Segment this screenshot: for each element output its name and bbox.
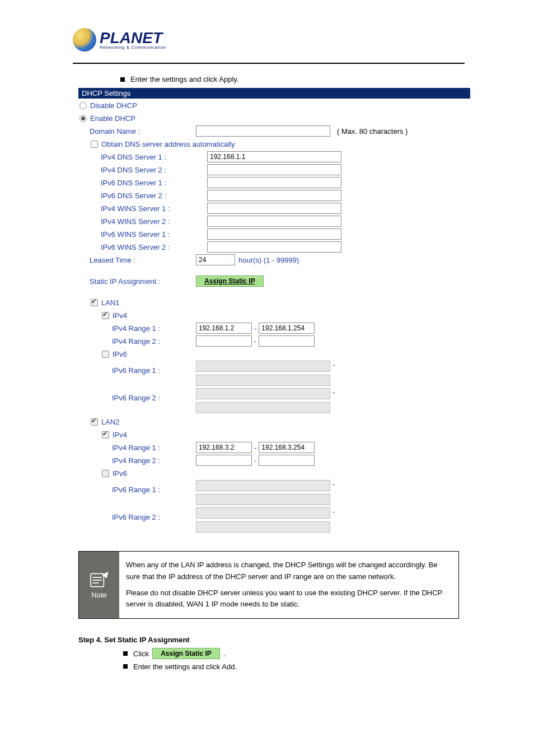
lan2-ipv6-range2-start-input	[196, 507, 330, 519]
lan1-ipv6-range1-label: IPv6 Range 1 :	[112, 361, 196, 375]
step4-title: Step 4. Set Static IP Assignment	[78, 636, 512, 644]
lan1-checkbox[interactable]	[91, 299, 98, 306]
brand-logo: PLANET Networking & Communication	[73, 28, 512, 52]
ipv4-wins1-input[interactable]	[207, 203, 341, 214]
domain-name-label: Domain Name :	[90, 127, 196, 136]
lan2-ipv4-range2-label: IPv4 Range 2 :	[112, 456, 196, 465]
lan2-title: LAN2	[101, 418, 120, 426]
step4-bullet2: Enter the settings and click Add.	[123, 660, 512, 673]
lan2-ipv4-label: IPv4	[113, 431, 127, 439]
ipv6-dns1-label: IPv6 DNS Server 1 :	[101, 179, 207, 187]
ipv4-wins2-label: IPv4 WINS Server 2 :	[101, 217, 207, 226]
ipv4-dns2-label: IPv4 DNS Server 2 :	[101, 166, 207, 174]
lan1-ipv6-range1-end-input	[196, 375, 330, 386]
step4-bullet1: Click Assign Static IP .	[123, 647, 512, 660]
domain-name-hint: ( Max. 80 characters )	[337, 127, 407, 136]
lan2-ipv6-range2-end-input	[196, 521, 330, 533]
ipv6-wins2-input[interactable]	[207, 241, 341, 253]
ipv4-dns1-label: IPv4 DNS Server 1 :	[101, 153, 207, 161]
leased-time-label: Leased Time :	[90, 256, 196, 264]
lan2-ipv6-checkbox[interactable]	[102, 470, 109, 477]
globe-icon	[73, 28, 96, 52]
lan2-ipv4-range1-end-input[interactable]	[259, 442, 315, 453]
enable-dhcp-radio[interactable]	[79, 115, 87, 122]
lan1-ipv4-range1-start-input[interactable]	[196, 323, 252, 334]
note-line2: Please do not disable DHCP server unless…	[126, 587, 452, 611]
lan1-ipv4-range2-end-input[interactable]	[259, 335, 315, 347]
lan2-checkbox[interactable]	[91, 418, 98, 426]
lan2-ipv6-range1-end-input	[196, 494, 330, 505]
disable-dhcp-label: Disable DHCP	[90, 101, 137, 110]
lan2-ipv4-range1-label: IPv4 Range 1 :	[112, 444, 196, 452]
ipv4-wins2-input[interactable]	[207, 216, 341, 227]
domain-name-input[interactable]	[196, 125, 330, 137]
lan2-ipv6-range1-start-input	[196, 480, 330, 491]
leased-time-input[interactable]	[196, 254, 235, 265]
ipv6-dns2-label: IPv6 DNS Server 2 :	[101, 192, 207, 200]
lan2-ipv6-range2-label: IPv6 Range 2 :	[112, 507, 196, 521]
brand-name: PLANET	[100, 30, 166, 46]
ipv6-dns2-input[interactable]	[207, 190, 341, 201]
ipv6-wins1-input[interactable]	[207, 228, 341, 240]
lan1-ipv4-range1-label: IPv4 Range 1 :	[112, 324, 196, 333]
note-icon-label: Note	[91, 591, 106, 599]
note-box: Note When any of the LAN IP address is c…	[78, 551, 459, 619]
leased-time-hint: hour(s) (1 - 99999)	[238, 256, 299, 264]
static-ip-label: Static IP Assignment :	[90, 277, 196, 286]
lan1-ipv6-range2-start-input	[196, 388, 330, 399]
lan1-ipv6-range1-start-input	[196, 361, 330, 372]
lan1-ipv4-label: IPv4	[113, 311, 127, 320]
intro-bullet: Enter the settings and click Apply.	[120, 75, 512, 83]
note-icon: Note	[79, 552, 119, 618]
obtain-dns-label: Obtain DNS server address automatically	[101, 140, 235, 148]
note-line1: When any of the LAN IP address is change…	[126, 559, 452, 583]
section-header-dhcp: DHCP Settings	[78, 88, 470, 99]
ipv4-wins1-label: IPv4 WINS Server 1 :	[101, 204, 207, 213]
lan2-ipv4-range2-start-input[interactable]	[196, 455, 252, 466]
lan1-ipv6-range2-end-input	[196, 402, 330, 413]
ipv6-wins2-label: IPv6 WINS Server 2 :	[101, 243, 207, 251]
lan2-ipv6-label: IPv6	[113, 469, 127, 478]
lan1-ipv6-label: IPv6	[113, 350, 127, 358]
lan1-ipv4-range1-end-input[interactable]	[259, 323, 315, 334]
enable-dhcp-label: Enable DHCP	[90, 114, 135, 123]
lan1-ipv4-range2-start-input[interactable]	[196, 335, 252, 347]
lan2-ipv4-range2-end-input[interactable]	[259, 455, 315, 466]
ipv6-dns1-input[interactable]	[207, 177, 341, 188]
disable-dhcp-radio[interactable]	[79, 102, 87, 109]
lan2-ipv4-checkbox[interactable]	[102, 431, 109, 438]
lan2-ipv6-range1-label: IPv6 Range 1 :	[112, 480, 196, 494]
ipv4-dns1-input[interactable]	[207, 151, 341, 162]
lan1-ipv4-range2-label: IPv4 Range 2 :	[112, 337, 196, 346]
lan1-ipv4-checkbox[interactable]	[102, 312, 109, 319]
lan1-ipv6-range2-label: IPv6 Range 2 :	[112, 388, 196, 402]
brand-tagline: Networking & Communication	[100, 45, 166, 50]
ipv4-dns2-input[interactable]	[207, 164, 341, 175]
header-divider	[73, 63, 465, 64]
assign-static-ip-button-inline[interactable]: Assign Static IP	[152, 648, 220, 659]
ipv6-wins1-label: IPv6 WINS Server 1 :	[101, 230, 207, 239]
lan2-ipv4-range1-start-input[interactable]	[196, 442, 252, 453]
obtain-dns-checkbox[interactable]	[91, 141, 98, 148]
assign-static-ip-button[interactable]: Assign Static IP	[196, 276, 264, 287]
lan1-title: LAN1	[101, 298, 120, 307]
lan1-ipv6-checkbox[interactable]	[102, 351, 109, 358]
